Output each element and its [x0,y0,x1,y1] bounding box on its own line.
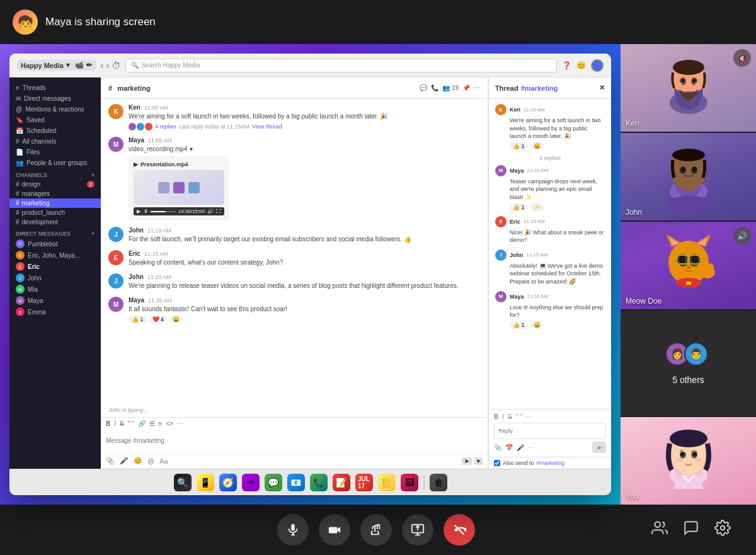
dock-bezel[interactable]: ✏ [242,474,260,491]
thread-reaction-maya2-thumbs[interactable]: 👍 1 [510,321,528,329]
reaction-thumbs[interactable]: 👍 1 [129,316,147,323]
dock-photos[interactable]: 🖼 [401,474,418,491]
workspace-edit-icon: ✏ [86,61,92,69]
thread-attach-icon[interactable]: 📎 [494,444,501,451]
thread-audio-icon[interactable]: 🎤 [517,444,524,451]
channel-product-launch[interactable]: # product_launch [9,208,101,217]
history-icon[interactable]: ⏱ [112,60,120,71]
thread-reaction-thumbs[interactable]: 👍 1 [510,142,528,150]
sidebar-item-people[interactable]: 👥 People & user groups [9,157,101,168]
toolbar-italic[interactable]: I [114,420,116,427]
video-controls[interactable]: ▶ ⏸ 14:30/15:00 🔊 ⛶ [134,207,224,215]
help-icon[interactable]: ❓ [562,61,571,70]
channel-development[interactable]: # development [9,217,101,227]
chat-btn[interactable] [683,520,699,540]
thread-reaction-maya-thumbs[interactable]: 👍 1 [510,203,528,211]
reaction-heart[interactable]: ❤️ 4 [149,316,168,323]
also-send-checkbox[interactable] [494,460,500,466]
thread-toolbar-quote[interactable]: " " [516,413,522,420]
thread-close-icon[interactable]: ✕ [599,84,605,92]
dm-group[interactable]: E Eric, John, Maya... [9,249,101,261]
fullscreen-icon[interactable]: ⛶ [216,209,221,214]
toolbar-strike[interactable]: S [120,420,124,427]
sidebar-item-dm[interactable]: ✉ Direct messages [9,93,101,104]
dm-mia[interactable]: M Mia [9,283,101,295]
dock-facetime[interactable]: 📞 [310,474,328,491]
participants-btn[interactable] [651,520,668,540]
chat-input[interactable] [106,432,483,449]
workspace-selector[interactable]: Happy Media ▾ 📹 ✏ [17,60,96,71]
sidebar-item-saved[interactable]: 🔖 Saved [9,115,101,125]
dock-messages[interactable]: 💬 [265,474,282,491]
search-bar[interactable]: 🔍 Search Happy Media [125,59,557,72]
toolbar-list[interactable]: ☰ [149,420,155,427]
thread-reaction-maya2-smile[interactable]: 😄 [530,321,544,329]
dock-finder[interactable]: 🔍 [174,474,192,491]
forward-arrow-icon[interactable]: › [106,60,110,71]
hand-button[interactable] [360,514,392,546]
thread-toolbar-bold[interactable]: B [494,413,498,420]
thread-toolbar-italic[interactable]: I [502,413,504,420]
mention-icon[interactable]: @ [147,457,154,465]
audio-icon[interactable]: 🎤 [120,457,129,465]
user-avatar-icon[interactable] [591,59,604,72]
sidebar-item-scheduled[interactable]: 📅 Scheduled [9,125,101,136]
send-button[interactable]: ➤ [462,457,472,465]
pause-icon[interactable]: ⏸ [143,209,148,214]
thread-reply-input[interactable] [494,423,606,439]
toolbar-more[interactable]: ⋯ [177,420,183,427]
volume-icon[interactable]: 🔊 [207,209,214,214]
dock-notes[interactable]: 📒 [378,474,396,491]
thread-schedule-icon[interactable]: 📅 [505,444,513,451]
text-eric: Speaking of content, what's our content … [129,258,480,267]
toolbar-link[interactable]: 🔗 [138,420,146,427]
dock-mail[interactable]: 📧 [287,474,305,491]
mic-button[interactable] [277,514,309,546]
back-arrow-icon[interactable]: ‹ [101,60,104,71]
dm-emma[interactable]: E Emma [9,306,101,318]
thread-toolbar-more[interactable]: ⋯ [526,413,532,420]
toolbar-code[interactable]: <> [166,420,173,427]
emoji-icon[interactable]: 😊 [576,61,586,70]
sidebar-item-mentions[interactable]: @ Mentions & reactions [9,104,101,115]
view-thread-link[interactable]: View thread [252,123,282,130]
dock-calendar[interactable]: JUL17 [355,474,373,491]
sidebar-item-threads[interactable]: ≡ Threads [9,83,101,93]
attach-icon[interactable]: 📎 [106,457,115,465]
play-icon[interactable]: ▶ [137,209,140,214]
reaction-smile[interactable]: 😄 [169,316,183,323]
camera-button[interactable] [319,514,350,546]
dock-launchpad[interactable]: 📱 [197,474,214,491]
thread-reaction-smile[interactable]: 😄 [530,142,544,150]
toolbar-list2[interactable]: ≡ [159,420,163,427]
dock-reminders[interactable]: 📝 [333,474,350,491]
settings-btn[interactable] [714,520,731,540]
channel-design[interactable]: # design 2 [9,180,101,189]
emoji-picker-icon[interactable]: 😊 [134,457,142,465]
thread-reaction-maya-smile[interactable]: ✨ [530,203,544,211]
dm-eric[interactable]: E Eric [9,261,101,272]
dm-john[interactable]: J John [9,272,101,283]
text-maya-video: video_recording.mp4 ▾ [129,145,480,154]
dock-safari[interactable]: 🧭 [219,474,237,491]
sidebar-item-files[interactable]: 📄 Files [9,147,101,157]
schedule-send-button[interactable]: ▾ [474,457,483,465]
toolbar-bold[interactable]: B [106,420,110,427]
dock-trash[interactable]: 🗑 [430,474,447,491]
dm-pumblebot[interactable]: P Pumblebot [9,238,101,249]
end-call-button[interactable] [444,514,475,546]
format-icon[interactable]: Aa [159,457,168,465]
thread-more-icon[interactable]: ⋯ [528,444,534,451]
add-channel-icon[interactable]: + [91,172,94,178]
toolbar-quote[interactable]: " " [128,420,134,427]
video-shapes [158,182,200,193]
sidebar-item-channels[interactable]: # All channels [9,136,101,147]
dm-maya[interactable]: M Maya [9,295,101,306]
add-dm-icon[interactable]: + [91,231,94,237]
share-button[interactable] [402,514,433,546]
others-count-label: 5 others [672,375,704,385]
channel-managers[interactable]: # managers [9,189,101,198]
thread-toolbar-strike[interactable]: S [508,413,512,420]
channel-marketing[interactable]: # marketing [9,198,101,208]
thread-send-button[interactable]: ➤ [592,442,606,453]
